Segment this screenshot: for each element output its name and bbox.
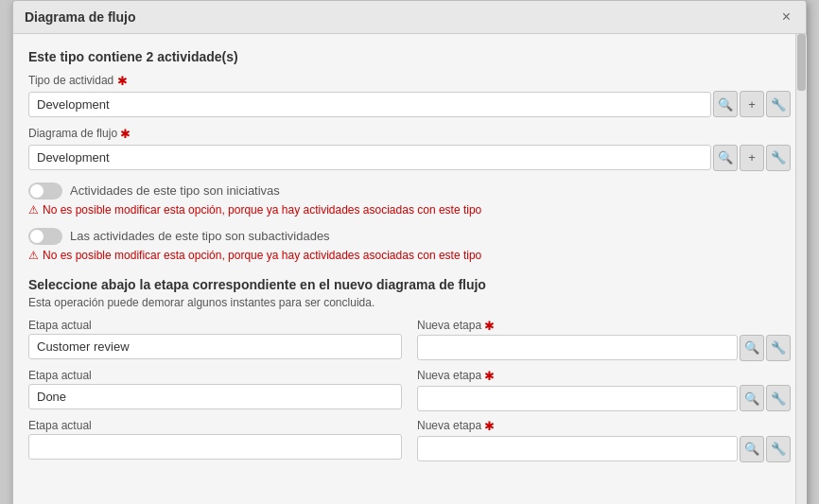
stage-1-current-label: Etapa actual [28, 369, 402, 382]
stage-row-0: Etapa actual Nueva etapa ✱ 🔍 [28, 319, 791, 361]
scrollbar-thumb[interactable] [797, 34, 806, 91]
flow-diagram-edit-btn[interactable]: 🔧 [766, 145, 791, 171]
required-star-stage-2: ✱ [484, 420, 495, 434]
dialog-titlebar: Diagrama de flujo × [13, 1, 806, 34]
toggle2-switch[interactable] [28, 228, 62, 245]
toggle2-warning-text: No es posible modificar esta opción, por… [43, 249, 481, 262]
scrollbar-track [795, 34, 807, 504]
stage-2-edit-btn[interactable]: 🔧 [766, 436, 791, 462]
activity-type-row: 🔍 + 🔧 [28, 91, 791, 117]
select-section-title: Seleccione abajo la etapa correspondient… [28, 277, 791, 292]
stage-2-search-btn[interactable]: 🔍 [740, 436, 764, 462]
activity-type-add-btn[interactable]: + [740, 91, 764, 117]
toggle2-warning: ⚠ No es posible modificar esta opción, p… [28, 249, 791, 262]
stage-2-new-input[interactable] [417, 436, 738, 461]
dialog-body: Este tipo contiene 2 actividade(s) Tipo … [13, 34, 806, 504]
stage-2-new-label: Nueva etapa ✱ [417, 419, 791, 433]
activity-type-search-btn[interactable]: 🔍 [713, 91, 738, 117]
stage-1-search-btn[interactable]: 🔍 [740, 385, 764, 411]
stage-1-new-input[interactable] [417, 386, 738, 411]
flow-diagram-search-btn[interactable]: 🔍 [713, 145, 738, 171]
stage-0-search-btn[interactable]: 🔍 [740, 335, 764, 361]
flow-diagram-label: Diagrama de flujo ✱ [28, 127, 791, 141]
stage-0-edit-btn[interactable]: 🔧 [766, 335, 791, 361]
stage-1-new-label: Nueva etapa ✱ [417, 369, 791, 383]
stage-0-new-input[interactable] [417, 335, 738, 360]
activity-type-label: Tipo de actividad ✱ [28, 74, 791, 88]
stage-1-edit-btn[interactable]: 🔧 [766, 385, 791, 411]
activity-type-input[interactable] [28, 92, 711, 117]
required-star-stage-0: ✱ [484, 319, 495, 333]
required-star-1: ✱ [117, 74, 128, 88]
stage-0-new-label: Nueva etapa ✱ [417, 319, 791, 333]
required-star-2: ✱ [120, 128, 131, 142]
stage-row-1: Etapa actual Nueva etapa ✱ 🔍 [28, 369, 791, 411]
toggle1-warning: ⚠ No es posible modificar esta opción, p… [28, 203, 791, 217]
flow-diagram-row: 🔍 + 🔧 [28, 145, 791, 171]
toggle2-row: Las actividades de este tipo son subacti… [28, 228, 791, 245]
stage-row-2: Etapa actual Nueva etapa ✱ 🔍 [28, 419, 791, 461]
stage-0-current-label: Etapa actual [28, 319, 402, 332]
toggle1-row: Actividades de este tipo son iniciativas [28, 182, 791, 200]
required-star-stage-1: ✱ [484, 369, 495, 383]
stage-0-current-input[interactable] [28, 334, 402, 359]
flow-diagram-input[interactable] [28, 145, 711, 170]
close-button[interactable]: × [778, 9, 794, 26]
warning-icon-1: ⚠ [28, 203, 39, 217]
warning-icon-2: ⚠ [28, 249, 39, 262]
select-section-subtitle: Esta operación puede demorar algunos ins… [28, 296, 791, 309]
flow-diagram-add-btn[interactable]: + [740, 145, 764, 171]
activity-type-edit-btn[interactable]: 🔧 [766, 91, 791, 117]
toggle1-label: Actividades de este tipo son iniciativas [70, 183, 280, 198]
dialog: Diagrama de flujo × Este tipo contiene 2… [12, 0, 807, 504]
toggle1-warning-text: No es posible modificar esta opción, por… [43, 203, 481, 217]
toggle2-label: Las actividades de este tipo son subacti… [70, 229, 330, 243]
stage-2-current-input[interactable] [28, 434, 402, 460]
stage-2-current-label: Etapa actual [28, 419, 402, 432]
toggle1-switch[interactable] [28, 182, 62, 200]
stage-1-current-input[interactable] [28, 384, 402, 409]
dialog-title: Diagrama de flujo [25, 9, 135, 25]
info-text: Este tipo contiene 2 actividade(s) [28, 49, 791, 64]
